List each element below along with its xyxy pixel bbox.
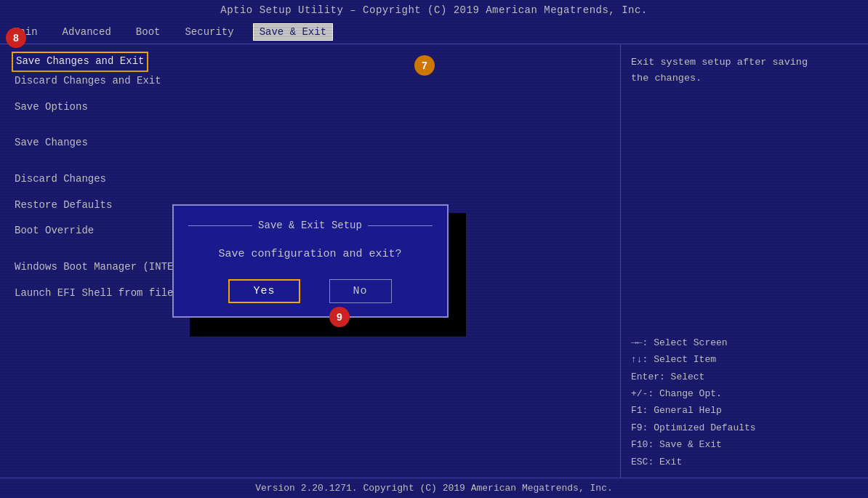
- key-select-item: ↑↓: Select Item: [631, 351, 858, 368]
- help-description-text: Exit system setup after savingthe change…: [631, 57, 808, 84]
- menu-discard-changes[interactable]: Discard Changes: [12, 170, 608, 189]
- modal-buttons: Yes No: [188, 279, 433, 303]
- title-bar: Aptio Setup Utility – Copyright (C) 2019…: [0, 0, 868, 20]
- key-select-screen: →←: Select Screen: [631, 334, 858, 351]
- help-description: Exit system setup after savingthe change…: [631, 55, 858, 86]
- status-bar: Version 2.20.1271. Copyright (C) 2019 Am…: [0, 478, 868, 498]
- modal-message: Save configuration and exit?: [188, 245, 433, 264]
- nav-main[interactable]: Main: [7, 24, 44, 40]
- menu-save-changes[interactable]: Save Changes: [12, 134, 608, 153]
- right-panel: Exit system setup after savingthe change…: [621, 44, 868, 478]
- modal-yes-button[interactable]: Yes: [228, 279, 300, 303]
- modal-dialog: Save & Exit Setup Save configuration and…: [172, 204, 449, 318]
- main-content: Save Changes and Exit Discard Changes an…: [0, 44, 868, 478]
- bios-screen: Aptio Setup Utility – Copyright (C) 2019…: [0, 0, 868, 498]
- key-f1: F1: General Help: [631, 402, 858, 419]
- nav-save-exit[interactable]: Save & Exit: [253, 23, 333, 41]
- key-f9: F9: Optimized Defaults: [631, 419, 858, 436]
- key-help: →←: Select Screen ↑↓: Select Item Enter:…: [631, 334, 858, 470]
- key-esc: ESC: Exit: [631, 454, 858, 470]
- title-text: Aptio Setup Utility – Copyright (C) 2019…: [220, 4, 648, 16]
- status-bar-text: Version 2.20.1271. Copyright (C) 2019 Am…: [255, 483, 612, 494]
- nav-boot[interactable]: Boot: [130, 24, 166, 40]
- nav-advanced[interactable]: Advanced: [57, 24, 117, 40]
- key-f10: F10: Save & Exit: [631, 436, 858, 453]
- modal-title: Save & Exit Setup: [258, 217, 362, 235]
- menu-save-changes-exit[interactable]: Save Changes and Exit: [12, 52, 148, 72]
- menu-discard-changes-exit[interactable]: Discard Changes and Exit: [12, 72, 608, 91]
- modal-no-button[interactable]: No: [329, 279, 392, 303]
- nav-bar: Main Advanced Boot Security Save & Exit: [0, 20, 868, 44]
- menu-save-options[interactable]: Save Options: [12, 98, 608, 117]
- nav-security[interactable]: Security: [179, 24, 239, 40]
- left-panel: Save Changes and Exit Discard Changes an…: [0, 44, 621, 478]
- key-enter: Enter: Select: [631, 369, 858, 385]
- key-change-opt: +/-: Change Opt.: [631, 385, 858, 402]
- modal-title-line: Save & Exit Setup: [188, 217, 433, 235]
